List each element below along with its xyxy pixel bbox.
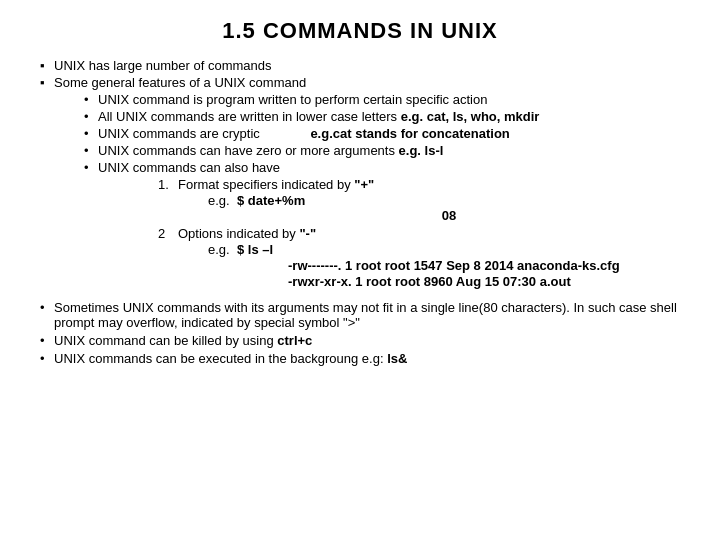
num-1-label: 1. [158, 177, 178, 224]
page: 1.5 COMMANDS IN UNIX UNIX has large numb… [0, 0, 720, 540]
num-1-eg-sub: 08 [208, 208, 690, 223]
top-bullet-2-text: Some general features of a UNIX command [54, 75, 306, 90]
top-bullet-2: Some general features of a UNIX command … [40, 75, 690, 290]
sub-bullet-4-bold: e.g. ls-l [399, 143, 444, 158]
num-2-eg-label: e.g. [208, 242, 237, 257]
sub-bullet-2-text: All UNIX commands are written in lower c… [98, 109, 539, 124]
num-2-line1: -rw-------. 1 root root 1547 Sep 8 2014 … [208, 258, 690, 273]
page-title: 1.5 COMMANDS IN UNIX [30, 18, 690, 44]
sub-bullet-1: UNIX command is program written to perfo… [84, 92, 690, 107]
sub-bullet-4: UNIX commands can have zero or more argu… [84, 143, 690, 158]
num-1-eg-value: $ date+%m [237, 193, 305, 208]
bottom-bullet-2-bold: ctrl+c [277, 333, 312, 348]
top-bullets-list: UNIX has large number of commands Some g… [30, 58, 690, 290]
top-bullet-1: UNIX has large number of commands [40, 58, 690, 73]
bottom-bullet-3-text: UNIX commands can be executed in the bac… [54, 351, 407, 366]
num-2-line2: -rwxr-xr-x. 1 root root 8960 Aug 15 07:3… [208, 274, 690, 289]
bottom-bullet-3: UNIX commands can be executed in the bac… [40, 351, 690, 366]
num-1-text: Format specifiers indicated by "+" [178, 177, 374, 192]
bottom-bullets-list: Sometimes UNIX commands with its argumen… [30, 300, 690, 366]
sub-bullet-3-bold: e.g.cat stands for concatenation [310, 126, 509, 141]
bottom-bullet-2-text: UNIX command can be killed by using ctrl… [54, 333, 312, 348]
bottom-bullet-3-bold: ls& [387, 351, 407, 366]
numbered-item-1: 1. Format specifiers indicated by "+" e.… [158, 177, 690, 224]
sub-bullet-2: All UNIX commands are written in lower c… [84, 109, 690, 124]
num-2-label: 2 [158, 226, 178, 290]
sub-bullets-list: UNIX command is program written to perfo… [54, 92, 690, 290]
sub-bullet-4-text: UNIX commands can have zero or more argu… [98, 143, 443, 158]
num-1-eg: e.g. $ date+%m 08 [178, 193, 690, 223]
num-1-bold: "+" [354, 177, 374, 192]
num-2-eg: e.g. $ ls –l -rw-------. 1 root root 154… [178, 242, 690, 289]
sub-bullet-3-text: UNIX commands are cryptic e.g.cat stands… [98, 126, 510, 141]
sub-bullet-3: UNIX commands are cryptic e.g.cat stands… [84, 126, 690, 141]
bottom-bullet-2: UNIX command can be killed by using ctrl… [40, 333, 690, 348]
num-2-text: Options indicated by "-" [178, 226, 316, 241]
num-1-eg-label: e.g. [208, 193, 237, 208]
sub-bullet-2-bold: e.g. cat, ls, who, mkdir [401, 109, 540, 124]
num-1-content: Format specifiers indicated by "+" e.g. … [178, 177, 690, 224]
num-2-eg-value: $ ls –l [237, 242, 273, 257]
sub-bullet-5: UNIX commands can also have 1. Format sp… [84, 160, 690, 290]
num-2-bold: "-" [299, 226, 316, 241]
bottom-bullet-1-text: Sometimes UNIX commands with its argumen… [54, 300, 677, 330]
bottom-bullet-1: Sometimes UNIX commands with its argumen… [40, 300, 690, 330]
sub-bullet-1-text: UNIX command is program written to perfo… [98, 92, 487, 107]
numbered-list: 1. Format specifiers indicated by "+" e.… [98, 177, 690, 290]
numbered-item-2: 2 Options indicated by "-" e.g. $ ls –l … [158, 226, 690, 290]
sub-bullet-5-text: UNIX commands can also have [98, 160, 280, 175]
num-2-content: Options indicated by "-" e.g. $ ls –l -r… [178, 226, 690, 290]
